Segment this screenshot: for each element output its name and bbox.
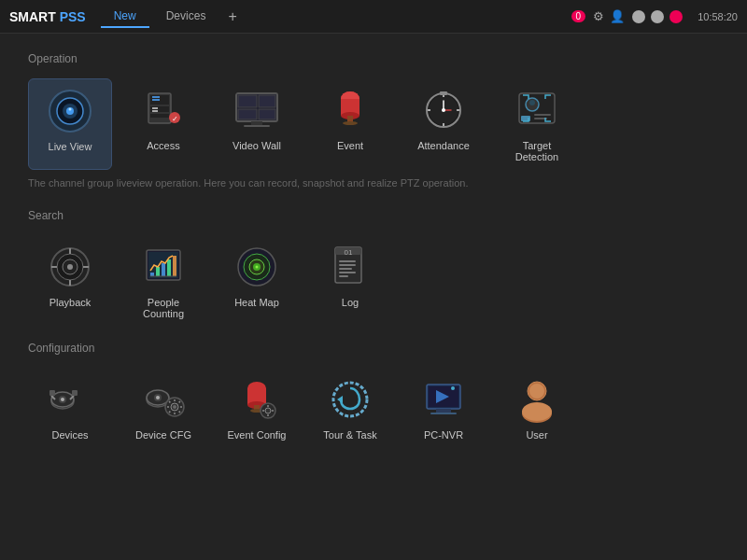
user-icon-img [514,377,559,422]
titlebar: SMART PSS New Devices + 0 ⚙ 👤 — □ ✕ 10:5… [0,0,747,34]
event-label: Event [337,140,363,151]
svg-marker-96 [337,396,343,403]
notification-badge[interactable]: 0 [571,10,586,22]
svg-rect-55 [156,267,160,276]
devices-item[interactable]: Devices [28,368,112,448]
event-config-label: Event Config [228,429,287,441]
svg-rect-37 [440,91,447,95]
playback-icon [48,245,92,289]
tab-new[interactable]: New [101,6,149,28]
svg-rect-100 [436,409,451,413]
operation-description: The channel group liveview operation. He… [28,177,719,189]
add-tab-button[interactable]: + [222,8,242,25]
user-label: User [526,429,547,441]
heat-map-item[interactable]: Heat Map [215,235,299,327]
titlebar-left: SMART PSS New Devices + [9,6,243,28]
svg-rect-71 [339,272,356,273]
playback-item[interactable]: Playback [28,235,112,327]
user-icon[interactable]: 👤 [610,9,625,23]
svg-rect-101 [430,413,457,414]
event-item[interactable]: Event [308,78,392,170]
tour-task-item[interactable]: Tour & Task [308,368,392,448]
video-wall-label: Video Wall [233,140,281,151]
maximize-button[interactable]: □ [651,10,664,23]
video-wall-item[interactable]: Video Wall [215,78,299,170]
svg-rect-17 [259,95,275,107]
log-icon: 01 [328,245,373,289]
svg-text:01: 01 [345,248,353,257]
access-label: Access [147,140,179,151]
configuration-label: Configuration [28,342,719,355]
log-item[interactable]: 01 Log [308,235,392,327]
svg-point-84 [156,396,160,399]
search-label: Search [28,209,719,222]
minimize-button[interactable]: — [632,10,645,23]
playback-label: Playback [49,297,92,308]
svg-rect-16 [238,95,257,107]
svg-point-102 [451,386,455,390]
svg-point-27 [343,121,358,125]
device-cfg-label: Device CFG [135,429,191,441]
live-view-item[interactable]: Live View [28,78,112,170]
target-detection-icon [514,88,559,133]
event-config-icon [234,377,279,422]
search-section: Search Playback [28,209,719,327]
operation-label: Operation [28,52,719,65]
search-grid: Playback Peop [28,235,719,327]
svg-rect-21 [244,125,270,127]
svg-rect-69 [339,264,356,266]
titlebar-right: 0 ⚙ 👤 — □ ✕ 10:58:20 [571,9,738,23]
event-config-item[interactable]: Event Config [215,368,299,448]
svg-point-47 [67,264,73,270]
access-icon: ✓ [141,88,186,133]
heat-map-icon [234,245,279,289]
attendance-item[interactable]: Attendance [402,78,486,170]
svg-text:✓: ✓ [172,115,178,123]
people-counting-item[interactable]: People Counting [121,235,205,327]
svg-point-36 [442,108,445,112]
svg-rect-10 [152,99,160,101]
svg-point-104 [529,384,544,399]
svg-point-64 [256,266,259,269]
tab-devices[interactable]: Devices [153,6,219,28]
close-button[interactable]: ✕ [669,10,683,23]
log-label: Log [342,297,359,308]
svg-rect-72 [339,275,348,277]
user-item[interactable]: User [495,368,579,448]
device-cfg-item[interactable]: Device CFG [121,368,205,448]
svg-rect-9 [152,96,160,98]
svg-rect-77 [49,390,55,396]
clock: 10:58:20 [698,11,738,22]
operation-grid: Live View ✓ [28,78,719,170]
configuration-grid: Devices Devic [28,368,719,448]
svg-point-87 [173,405,176,409]
target-detection-item[interactable]: Target Detection [495,78,579,170]
video-wall-icon [234,88,279,133]
main-content: Operation Live View [0,34,747,560]
svg-rect-54 [150,273,154,276]
svg-rect-42 [534,114,551,116]
svg-rect-57 [167,259,171,276]
svg-rect-18 [238,109,257,119]
brand-logo: SMART PSS [9,9,86,24]
attendance-icon [421,88,466,133]
people-counting-label: People Counting [127,297,200,319]
svg-rect-58 [173,256,176,276]
target-detection-label: Target Detection [500,140,573,162]
window-controls: — □ ✕ [632,10,683,23]
titlebar-icons: ⚙ 👤 [593,9,625,23]
svg-point-40 [529,100,535,105]
pc-nvr-icon [421,377,466,422]
tab-bar: New Devices + [101,6,243,28]
devices-label: Devices [51,429,88,441]
configuration-section: Configuration Devices [28,342,719,448]
settings-icon[interactable]: ⚙ [593,9,604,23]
svg-rect-20 [251,121,262,125]
devices-icon [48,377,92,422]
svg-rect-19 [259,109,275,119]
device-cfg-icon [141,377,186,422]
svg-rect-68 [339,260,356,262]
svg-rect-12 [152,110,158,112]
pc-nvr-item[interactable]: PC-NVR [402,368,486,448]
access-item[interactable]: ✓ Access [121,78,205,170]
